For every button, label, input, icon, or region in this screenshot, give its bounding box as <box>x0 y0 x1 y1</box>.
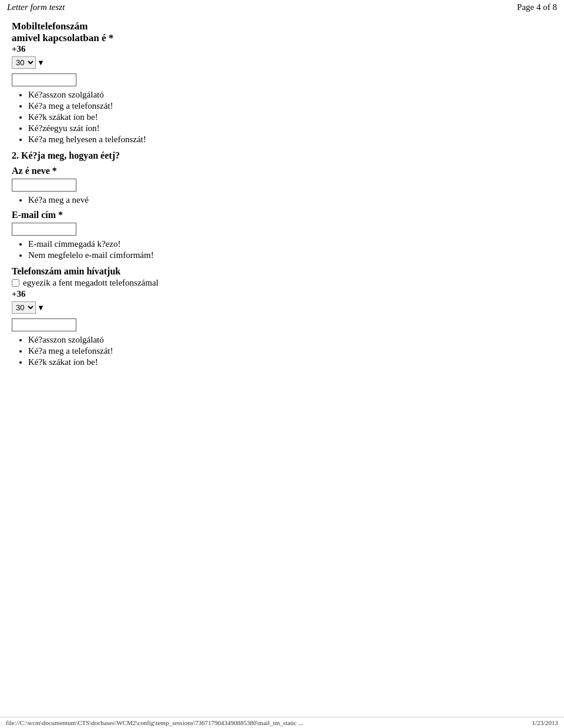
bullet-item: Ké?zéegyu szát íon! <box>28 123 552 133</box>
footer-path: file://C:\wcm\documentum\CTS\docbases\WC… <box>6 719 303 726</box>
dropdown1-row: 20 30 31 50 70 ▼ <box>12 56 552 69</box>
footer: file://C:\wcm\documentum\CTS\docbases\WC… <box>0 717 564 728</box>
bullet-item: Ké?a meg a nevé <box>28 195 552 205</box>
checkbox-label: egyezik a fent megadott telefonszámal <box>23 278 159 288</box>
bullet-item: Ké?a meg a telefonszát! <box>28 346 552 356</box>
same-phone-checkbox[interactable] <box>12 279 19 287</box>
dropdown2-arrow: ▼ <box>37 303 45 313</box>
email-input[interactable] <box>12 223 76 236</box>
name-input[interactable] <box>12 179 76 192</box>
phone-section-2: Telefonszám amin hívatjuk egyezik a fent… <box>12 266 552 367</box>
bullet-item: Ké?k szákat íon be! <box>28 112 552 122</box>
phone-input-2[interactable] <box>12 318 76 331</box>
phone-bullet-list-2: Ké?asszon szolgálató Ké?a meg a telefons… <box>12 335 552 367</box>
section2: 2. Ké?ja meg, hogyan éetj? Az é neve * K… <box>12 150 552 260</box>
bullet-item: Nem megfelelo e-mail címformám! <box>28 250 552 260</box>
prefix-label-2: +36 <box>12 289 552 299</box>
mobile-section: Mobiltelefonszám amivel kapcsolatban é *… <box>12 21 552 145</box>
page-title: Letter form teszt <box>7 2 65 12</box>
name-label: Az é neve * <box>12 166 552 176</box>
dropdown1-arrow: ▼ <box>37 58 45 68</box>
bullet-item: E-mail címmegadá k?ezo! <box>28 239 552 249</box>
bullet-item: Ké?asszon szolgálató <box>28 335 552 345</box>
bullet-item: Ké?a meg a telefonszát! <box>28 101 552 111</box>
section2-heading: 2. Ké?ja meg, hogyan éetj? <box>12 150 552 161</box>
bullet-item: Ké?asszon szolgálató <box>28 90 552 100</box>
phone-input-1[interactable] <box>12 73 76 86</box>
bullet-item: Ké?k szákat íon be! <box>28 357 552 367</box>
page-number: Page 4 of 8 <box>517 2 557 12</box>
prefix-label: +36 <box>12 44 552 54</box>
email-bullet-list: E-mail címmegadá k?ezo! Nem megfelelo e-… <box>12 239 552 260</box>
bullet-item: Ké?a meg helyesen a telefonszát! <box>28 135 552 145</box>
phone-section-heading: Telefonszám amin hívatjuk <box>12 266 552 277</box>
checkbox-row: egyezik a fent megadott telefonszámal <box>12 278 552 288</box>
phone-bullet-list-1: Ké?asszon szolgálató Ké?a meg a telefons… <box>12 90 552 145</box>
main-content: Mobiltelefonszám amivel kapcsolatban é *… <box>0 15 564 420</box>
service-dropdown-2[interactable]: 20 30 31 50 70 <box>12 301 36 314</box>
main-heading: Mobiltelefonszám amivel kapcsolatban é * <box>12 21 552 44</box>
service-dropdown-1[interactable]: 20 30 31 50 70 <box>12 56 36 69</box>
dropdown2-row: 20 30 31 50 70 ▼ <box>12 301 552 314</box>
email-label: E-mail cím * <box>12 210 552 220</box>
page-header: Letter form teszt Page 4 of 8 <box>0 0 564 15</box>
name-bullet-list: Ké?a meg a nevé <box>12 195 552 205</box>
footer-date: 1/23/2013 <box>532 719 558 726</box>
